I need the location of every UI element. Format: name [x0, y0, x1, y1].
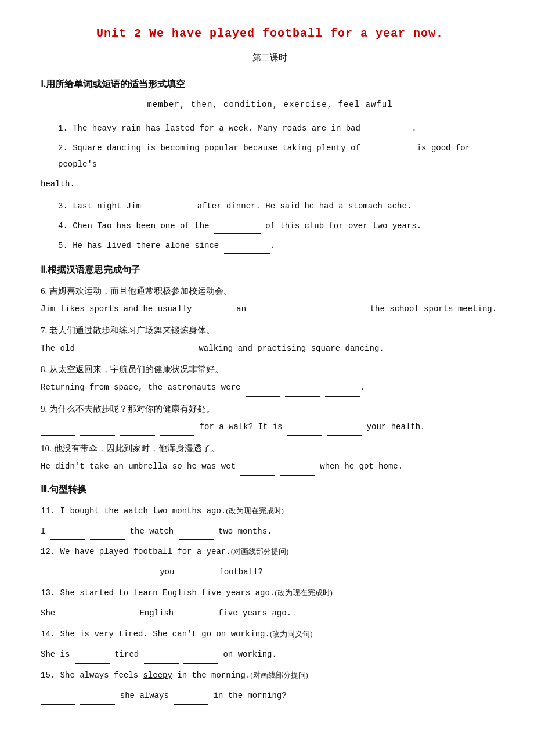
q6-blank1: [197, 308, 232, 318]
q5-text: 5. He has lived there alone since: [58, 241, 224, 250]
q10-blank2: [280, 465, 315, 476]
q10-blank1: [240, 465, 275, 476]
q4-blank: [214, 224, 261, 234]
question-2: 2. Square dancing is becoming popular be…: [58, 140, 499, 172]
q12-blank3: [120, 571, 155, 581]
q6-blank3: [291, 308, 326, 318]
q3-text: 3. Last night Jim: [58, 201, 146, 211]
q11-blank1: [50, 530, 85, 540]
q15-blank3: [174, 694, 208, 705]
subtitle: 第二课时: [41, 50, 499, 66]
question-12: 12. We have played football for a year.(…: [41, 543, 499, 560]
question-3: 3. Last night Jim after dinner. He said …: [58, 198, 499, 214]
question-11: 11. I bought the watch two months ago.(改…: [41, 503, 499, 519]
section2-title: Ⅱ.根据汉语意思完成句子: [41, 262, 499, 279]
q13-answer: She English five years ago.: [41, 604, 499, 622]
q1-num: 1. The heavy rain has lasted for a week.…: [58, 124, 365, 133]
q15-note: (对画线部分提问): [250, 671, 308, 679]
q1-blank: [365, 126, 412, 136]
q8-blank1: [246, 386, 280, 397]
q7-blank3: [159, 347, 194, 357]
q6-chinese: 6. 吉姆喜欢运动，而且他通常积极参加校运动会。: [41, 283, 499, 299]
q9-blank3: [120, 426, 155, 436]
q15-text: 15. She always feels sleepy in the morni…: [41, 671, 250, 680]
q7-blank2: [120, 347, 154, 357]
q12-answer: you football?: [41, 563, 499, 581]
q9-blank1: [41, 426, 75, 436]
q12-blank1: [41, 571, 75, 581]
q4-end: of this club for over two years.: [261, 221, 421, 231]
q14-blank2: [144, 653, 179, 664]
q12-blank2: [80, 571, 115, 581]
q13-text: 13. She started to learn English five ye…: [41, 588, 275, 597]
q7-eng: The old walking and practising square da…: [41, 340, 499, 358]
q6-eng: Jim likes sports and he usually an the s…: [41, 300, 499, 318]
q13-note: (改为现在完成时): [275, 588, 333, 597]
q5-end: .: [270, 241, 275, 250]
q12-note: (对画线部分提问): [231, 547, 289, 556]
question-5: 5. He has lived there alone since .: [58, 237, 499, 254]
q2-continuation: health.: [41, 179, 75, 189]
q12-text: 12. We have played football for a year.: [41, 547, 231, 556]
q14-blank3: [183, 653, 218, 664]
q13-blank3: [179, 612, 214, 622]
page-title: Unit 2 We have played football for a yea…: [41, 23, 499, 44]
section3-title: Ⅲ.句型转换: [41, 481, 499, 498]
q8-blank2: [285, 386, 320, 397]
q8-blank3: [325, 386, 360, 397]
q6-blank2: [251, 308, 286, 318]
question-15: 15. She always feels sleepy in the morni…: [41, 667, 499, 683]
q14-answer: She is tired on working.: [41, 646, 499, 664]
q9-blank2: [80, 426, 115, 436]
question-13: 13. She started to learn English five ye…: [41, 585, 499, 601]
q2-text: 2. Square dancing is becoming popular be…: [58, 143, 365, 153]
q15-answer: she always in the morning?: [41, 687, 499, 705]
q4-text: 4. Chen Tao has been one of the: [58, 221, 214, 231]
question-2-cont: health.: [41, 176, 499, 192]
q15-blank2: [80, 694, 115, 705]
q10-eng: He didn't take an umbrella so he was wet…: [41, 458, 499, 476]
q1-end: .: [412, 124, 416, 133]
section1-title: Ⅰ.用所给单词或短语的适当形式填空: [41, 76, 499, 93]
q14-note: (改为同义句): [270, 629, 313, 638]
q14-blank1: [75, 653, 110, 664]
q9-blank6: [327, 426, 362, 436]
q8-chinese: 8. 从太空返回来，宇航员们的健康状况非常好。: [41, 362, 499, 377]
q11-answer: I the watch two months.: [41, 523, 499, 541]
q6-blank4: [330, 308, 365, 318]
q11-note: (改为现在完成时): [226, 506, 284, 515]
q9-blank4: [160, 426, 194, 436]
q15-blank1: [41, 694, 75, 705]
q11-blank2: [90, 530, 125, 540]
q11-text: 11. I bought the watch two months ago.: [41, 506, 226, 516]
q9-blank5: [287, 426, 322, 436]
q10-chinese: 10. 他没有带伞，因此到家时，他浑身湿透了。: [41, 441, 499, 456]
q3-end: after dinner. He said he had a stomach a…: [192, 201, 412, 211]
q5-blank: [224, 243, 270, 254]
q2-blank: [365, 146, 412, 156]
q7-chinese: 7. 老人们通过散步和练习广场舞来锻炼身体。: [41, 323, 499, 339]
q9-eng: for a walk? It is your health.: [41, 418, 499, 436]
q7-blank1: [80, 347, 114, 357]
q13-blank1: [60, 612, 95, 622]
q11-blank3: [179, 530, 214, 540]
q9-chinese: 9. 为什么不去散步呢？那对你的健康有好处。: [41, 401, 499, 417]
q3-blank: [146, 204, 192, 214]
q14-text: 14. She is very tired. She can't go on w…: [41, 629, 270, 639]
word-bank: member, then, condition, exercise, feel …: [41, 98, 499, 112]
question-4: 4. Chen Tao has been one of the of this …: [58, 218, 499, 234]
question-1: 1. The heavy rain has lasted for a week.…: [58, 120, 499, 136]
q12-blank4: [179, 571, 214, 581]
question-14: 14. She is very tired. She can't go on w…: [41, 626, 499, 642]
q13-blank2: [100, 612, 135, 622]
q8-eng: Returning from space, the astronauts wer…: [41, 379, 499, 397]
